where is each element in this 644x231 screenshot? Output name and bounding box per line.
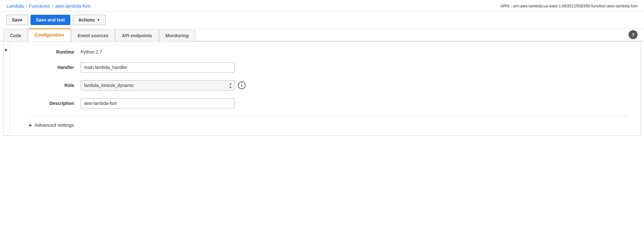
arn-label: ARN [500,4,509,8]
handler-row: Handler [29,62,628,73]
runtime-label: Runtime [29,49,81,55]
top-bar: Lambda › Functions › aws-lambda-fsm ARN … [0,0,644,12]
runtime-row: Runtime Python 2.7 [29,49,628,55]
tab-api-endpoints[interactable]: API endpoints [115,30,159,41]
actions-button[interactable]: Actions ▼ [73,15,106,25]
role-select[interactable]: lambda_kinesis_dynamo lambda_basic_execu… [81,80,235,90]
role-info-icon[interactable]: i [238,81,246,89]
tabs-container: Code Configuration Event sources API end… [3,29,629,41]
role-row: Role lambda_kinesis_dynamo lambda_basic_… [29,80,628,90]
toolbar: Save Save and test Actions ▼ [0,12,644,29]
actions-label: Actions [78,17,95,22]
handler-input[interactable] [81,62,235,73]
actions-dropdown-arrow: ▼ [97,18,100,22]
sidebar-toggle[interactable]: ▶ [4,42,10,135]
breadcrumb: Lambda › Functions › aws-lambda-fsm [6,3,91,9]
save-button[interactable]: Save [6,15,28,25]
role-label: Role [29,83,81,88]
tab-event-sources[interactable]: Event sources [71,30,115,41]
arn-display: ARN - arn:aws:lambda:us-east-1:663511558… [500,4,638,8]
breadcrumb-lambda[interactable]: Lambda [6,3,24,9]
breadcrumb-separator-1: › [26,4,27,8]
arn-separator: - [510,4,513,8]
description-input[interactable] [81,98,235,108]
runtime-value: Python 2.7 [81,49,102,55]
advanced-settings-toggle[interactable]: ▶ Advanced settings [29,116,628,128]
description-label: Description [29,101,81,106]
content-area: ▶ Runtime Python 2.7 Handler Role lamb [4,42,640,135]
tab-configuration[interactable]: Configuration [28,29,71,41]
breadcrumb-functions[interactable]: Functions [29,3,50,9]
role-select-container: lambda_kinesis_dynamo lambda_basic_execu… [81,80,235,90]
help-icon[interactable]: ? [629,30,638,39]
role-select-wrapper: lambda_kinesis_dynamo lambda_basic_execu… [81,80,246,90]
advanced-settings-label: Advanced settings [35,122,74,128]
arn-value: arn:aws:lambda:us-east-1:663511558366:fu… [513,4,638,8]
advanced-settings-arrow: ▶ [29,123,32,127]
save-and-test-button[interactable]: Save and test [30,15,70,25]
tab-monitoring[interactable]: Monitoring [159,30,196,41]
breadcrumb-current: aws-lambda-fsm [55,3,91,9]
configuration-form: Runtime Python 2.7 Handler Role lambda_k… [10,42,640,135]
breadcrumb-separator-2: › [52,4,53,8]
main-panel: ▶ Runtime Python 2.7 Handler Role lamb [3,41,641,136]
handler-label: Handler [29,65,81,70]
tab-code[interactable]: Code [3,30,28,41]
description-row: Description [29,98,628,108]
